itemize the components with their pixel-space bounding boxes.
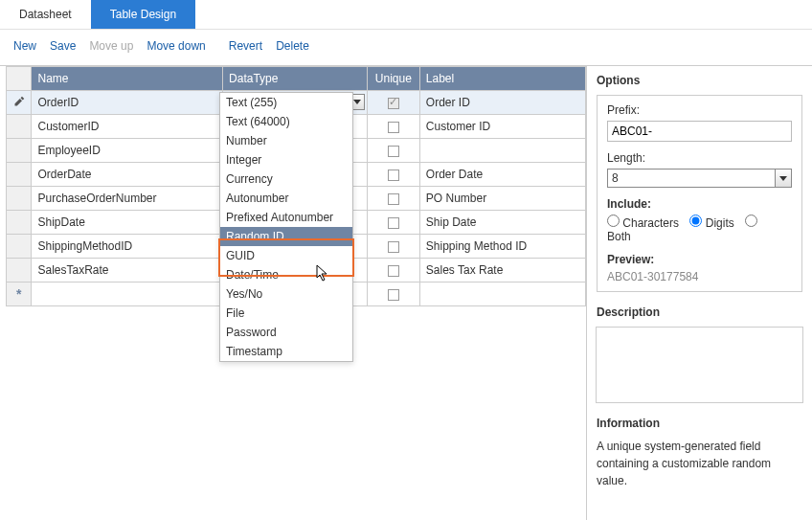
movedown-link[interactable]: Move down xyxy=(147,39,205,53)
unique-cell[interactable] xyxy=(367,235,419,259)
name-cell[interactable] xyxy=(32,283,223,306)
label-cell[interactable]: Order ID xyxy=(419,91,585,115)
revert-link[interactable]: Revert xyxy=(229,39,262,53)
unique-cell[interactable] xyxy=(367,211,419,235)
unique-cell[interactable] xyxy=(367,115,419,139)
row-handle[interactable] xyxy=(7,211,32,235)
row-handle[interactable] xyxy=(7,259,32,283)
label-cell[interactable] xyxy=(419,283,585,306)
row-handle[interactable] xyxy=(7,139,32,163)
tab-table-design[interactable]: Table Design xyxy=(91,0,195,29)
description-heading: Description xyxy=(597,305,802,319)
datatype-option[interactable]: Date/Time xyxy=(220,265,352,284)
row-handle[interactable]: * xyxy=(7,283,32,306)
datatype-option[interactable]: Text (64000) xyxy=(220,112,352,131)
label-cell[interactable]: PO Number xyxy=(419,187,585,211)
datatype-option[interactable]: Number xyxy=(220,131,352,150)
length-select[interactable]: 8 xyxy=(607,169,792,188)
header-rowhandle xyxy=(7,67,32,91)
include-label: Include: xyxy=(607,197,792,211)
new-link[interactable]: New xyxy=(13,39,36,53)
field-grid: Name DataType Unique Label OrderIDRandom… xyxy=(0,65,586,520)
information-text: A unique system-generated field containi… xyxy=(597,438,802,489)
name-cell[interactable]: OrderDate xyxy=(32,163,223,187)
unique-cell[interactable] xyxy=(367,259,419,283)
save-link[interactable]: Save xyxy=(50,39,76,53)
include-radios: Characters Digits Both xyxy=(607,215,792,243)
delete-link[interactable]: Delete xyxy=(276,39,309,53)
datatype-option[interactable]: Password xyxy=(220,323,352,342)
row-handle[interactable] xyxy=(7,163,32,187)
datatype-option[interactable]: Integer xyxy=(220,150,352,170)
name-cell[interactable]: ShipDate xyxy=(32,211,223,235)
tab-datasheet[interactable]: Datasheet xyxy=(0,0,91,29)
datatype-option[interactable]: Random ID xyxy=(220,227,352,246)
name-cell[interactable]: ShippingMethodID xyxy=(32,235,223,259)
moveup-link: Move up xyxy=(89,39,133,53)
header-name[interactable]: Name xyxy=(32,67,223,91)
datatype-dropdown[interactable]: Text (255)Text (64000)NumberIntegerCurre… xyxy=(219,92,353,362)
unique-checkbox[interactable] xyxy=(388,193,399,205)
datatype-option[interactable]: GUID xyxy=(220,246,352,265)
chevron-down-icon[interactable] xyxy=(775,170,791,187)
name-cell[interactable]: SalesTaxRate xyxy=(32,259,223,283)
description-box[interactable] xyxy=(596,327,803,403)
pencil-icon xyxy=(13,96,25,107)
row-handle[interactable] xyxy=(7,115,32,139)
header-datatype[interactable]: DataType xyxy=(223,67,368,91)
toolbar: New Save Move up Move down Revert Delete xyxy=(0,30,812,66)
unique-checkbox[interactable] xyxy=(388,170,399,181)
preview-label: Preview: xyxy=(607,253,792,266)
tab-bar: Datasheet Table Design xyxy=(0,0,812,30)
unique-cell[interactable] xyxy=(367,187,419,211)
unique-checkbox[interactable] xyxy=(388,241,399,253)
label-cell[interactable]: Order Date xyxy=(419,163,585,187)
include-digits[interactable]: Digits xyxy=(689,216,733,230)
side-panel: Options Prefix: Length: 8 Include: Chara… xyxy=(586,65,812,520)
unique-cell[interactable] xyxy=(367,91,419,115)
datatype-option[interactable]: Text (255) xyxy=(220,93,352,112)
datatype-option[interactable]: Yes/No xyxy=(220,284,352,304)
unique-checkbox[interactable] xyxy=(388,146,399,157)
name-cell[interactable]: PurchaseOrderNumber xyxy=(32,187,223,211)
header-label[interactable]: Label xyxy=(419,67,585,91)
header-unique[interactable]: Unique xyxy=(367,67,419,91)
prefix-label: Prefix: xyxy=(607,103,792,117)
information-heading: Information xyxy=(597,417,802,430)
label-cell[interactable]: Sales Tax Rate xyxy=(419,259,585,283)
options-box: Prefix: Length: 8 Include: Characters Di… xyxy=(597,95,802,292)
datatype-option[interactable]: Prefixed Autonumber xyxy=(220,208,352,227)
prefix-input[interactable] xyxy=(607,121,792,142)
label-cell[interactable]: Shipping Method ID xyxy=(419,235,585,259)
unique-checkbox[interactable] xyxy=(388,289,399,301)
options-heading: Options xyxy=(597,74,802,87)
name-cell[interactable]: EmployeeID xyxy=(32,139,223,163)
unique-cell[interactable] xyxy=(367,163,419,187)
row-handle[interactable] xyxy=(7,235,32,259)
label-cell[interactable]: Ship Date xyxy=(419,211,585,235)
preview-value: ABC01-30177584 xyxy=(607,270,792,283)
length-label: Length: xyxy=(607,151,792,165)
datatype-option[interactable]: File xyxy=(220,304,352,323)
datatype-option[interactable]: Autonumber xyxy=(220,189,352,208)
unique-cell[interactable] xyxy=(367,283,419,306)
datatype-option[interactable]: Currency xyxy=(220,170,352,189)
unique-checkbox[interactable] xyxy=(388,122,399,133)
name-cell[interactable]: OrderID xyxy=(32,91,223,115)
datatype-option[interactable]: Timestamp xyxy=(220,342,352,361)
unique-checkbox[interactable] xyxy=(388,98,399,109)
row-handle[interactable] xyxy=(7,187,32,211)
row-handle[interactable] xyxy=(7,91,32,115)
unique-checkbox[interactable] xyxy=(388,265,399,277)
name-cell[interactable]: CustomerID xyxy=(32,115,223,139)
label-cell[interactable] xyxy=(419,139,585,163)
include-chars[interactable]: Characters xyxy=(607,216,679,230)
star-icon: * xyxy=(16,286,21,302)
label-cell[interactable]: Customer ID xyxy=(419,115,585,139)
unique-cell[interactable] xyxy=(367,139,419,163)
unique-checkbox[interactable] xyxy=(388,217,399,229)
